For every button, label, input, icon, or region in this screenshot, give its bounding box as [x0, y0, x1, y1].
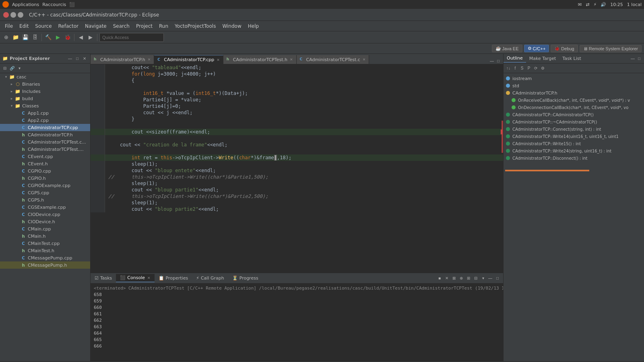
menu-file[interactable]: File [2, 22, 16, 30]
outline-sort[interactable]: ↑↓ [505, 65, 512, 72]
toolbar-new[interactable]: ⊕ [2, 33, 10, 42]
outline-fields[interactable]: f [512, 65, 518, 72]
tree-cmaintest-h[interactable]: ▸ h CMainTest.h [0, 247, 90, 254]
toolbar-save-all[interactable]: 🗄 [31, 33, 39, 42]
tree-build[interactable]: ▸ 📁 build [0, 95, 90, 102]
menu-search[interactable]: Search [110, 22, 133, 30]
maximize-panel[interactable]: □ [74, 56, 80, 62]
toolbar-run[interactable]: ▶ [54, 33, 62, 42]
outline-sync[interactable]: ⟳ [533, 65, 539, 72]
outline-static[interactable]: S [519, 65, 525, 72]
explorer-menu[interactable]: ▾ [16, 65, 23, 72]
outline-write15[interactable]: CAdministratorTCP::Write15() : int [504, 140, 644, 147]
tab-cadmin-cpp[interactable]: C CAdministratorTCP.cpp ✕ [154, 55, 223, 64]
toolbar-debug[interactable]: 🐞 [63, 33, 72, 42]
tab-close[interactable]: ✕ [290, 58, 293, 62]
tree-app2[interactable]: ▸ C App2.cpp [0, 117, 90, 124]
minimize-button[interactable] [10, 12, 16, 18]
tab-close[interactable]: ✕ [363, 58, 366, 62]
tree-app1[interactable]: ▸ C App1.cpp [0, 109, 90, 117]
tree-cadmin-cpp[interactable]: ▸ C CAdministratorTCP.cpp [0, 124, 90, 131]
tree-cevent-cpp[interactable]: ▸ C CEvent.cpp [0, 153, 90, 160]
tree-binaries[interactable]: ▸ ⬡ Binaries [0, 80, 90, 88]
toolbar-build[interactable]: 🔨 [44, 33, 53, 42]
close-button[interactable] [3, 12, 9, 18]
tab-console[interactable]: ⬛ Console ✕ [116, 274, 154, 282]
outline-iostream[interactable]: iostream [504, 75, 644, 82]
toolbar-save[interactable]: 💾 [21, 33, 30, 42]
code-editor[interactable]: cout<< "tableau4"<<endl; for(long j=3000… [91, 64, 503, 273]
outline-onreceive[interactable]: OnReceiveCallBack(char*, int, CEvent*, v… [504, 97, 644, 104]
tab-progress[interactable]: ⏳ Progress [228, 274, 262, 282]
outline-std[interactable]: std [504, 82, 644, 89]
perspective-remote[interactable]: 🖥 Remote System Explorer [580, 45, 642, 52]
tab-properties[interactable]: 📋 Properties [155, 274, 192, 282]
link-editor[interactable]: 🔗 [9, 65, 15, 72]
tab-cadmintest-h[interactable]: h CAdministratorTCPTest.h ✕ [223, 55, 297, 64]
outline-settings[interactable]: ⚙ [539, 65, 546, 72]
toolbar-open[interactable]: 📁 [11, 33, 20, 42]
menu-help[interactable]: Help [245, 22, 262, 30]
applications-menu[interactable]: Applications [12, 2, 39, 7]
outline-constructor[interactable]: CAdministratorTCP::CAdministratorTCP() [504, 111, 644, 118]
tree-cmsgpump-h[interactable]: ▸ h CMessagePump.h [0, 261, 90, 269]
outline-write24[interactable]: CAdministratorTCP::Write24(string, uint1… [504, 147, 644, 154]
minimize-console[interactable]: — [487, 275, 493, 282]
quick-access-input[interactable] [99, 33, 164, 42]
outline-destructor[interactable]: CAdministratorTCP::~CAdministratorTCP() [504, 118, 644, 125]
outline-connect[interactable]: CAdministratorTCP::Connect(string, int) … [504, 125, 644, 133]
outline-nonpublic[interactable]: P [526, 65, 532, 72]
tree-ciodev-h[interactable]: ▸ h CIODevice.h [0, 218, 90, 225]
tab-outline[interactable]: Outline [504, 54, 526, 63]
toolbar-back[interactable]: ◀ [76, 33, 85, 42]
toolbar-forward[interactable]: ▶ [86, 33, 95, 42]
terminate[interactable]: ⊠ [451, 275, 457, 282]
console-view[interactable]: ⊞ [465, 275, 472, 282]
maximize-editor[interactable]: □ [495, 58, 502, 64]
tree-cevent-h[interactable]: ▸ h CEvent.h [0, 160, 90, 167]
outline-cadmin-h[interactable]: CAdministratorTCP.h [504, 89, 644, 97]
tab-cadmin-h[interactable]: h CAdministratorTCP.h ✕ [91, 55, 154, 64]
outline-ondeconn[interactable]: OnDeconnectionCallBack(char*, int, CEven… [504, 104, 644, 111]
menu-refactor[interactable]: Refactor [55, 22, 82, 30]
perspective-cpp[interactable]: ⚙ C/C++ [524, 45, 549, 52]
outline-write14[interactable]: CAdministratorTCP::Write14(uint16_t, uin… [504, 133, 644, 140]
minimize-editor[interactable]: — [489, 58, 495, 64]
tab-tasks[interactable]: ☑ Tasks [91, 274, 116, 282]
tree-includes[interactable]: ▸ 📁 Includes [0, 88, 90, 95]
perspective-debug[interactable]: 🐞 Debug [551, 45, 578, 52]
tree-cgpioex-cpp[interactable]: ▸ C CGPIOExample.cpp [0, 182, 90, 189]
terminal-icon[interactable]: ⬛ [69, 2, 75, 7]
stop-console[interactable]: ■ [436, 275, 443, 282]
tree-cmain-h[interactable]: ▸ h CMain.h [0, 232, 90, 240]
menu-source[interactable]: Source [32, 22, 55, 30]
maximize-console[interactable]: □ [494, 275, 501, 282]
tab-close[interactable]: ✕ [148, 58, 151, 62]
console-grid[interactable]: ⊟ [473, 275, 479, 282]
console-menu[interactable]: ▾ [480, 275, 486, 282]
tree-ciodev-cpp[interactable]: ▸ C CIODevice.cpp [0, 211, 90, 218]
clear-console[interactable]: ✕ [444, 275, 450, 282]
tree-cgps-h[interactable]: ▸ h CGPS.h [0, 196, 90, 204]
tree-cadmin-h[interactable]: ▸ h CAdministratorTCP.h [0, 131, 90, 138]
tree-cgps-cpp[interactable]: ▸ C CGPS.cpp [0, 189, 90, 196]
perspective-java-ee[interactable]: ☕ Java EE [492, 45, 522, 52]
tree-cmaintest-cpp[interactable]: ▸ C CMainTest.cpp [0, 240, 90, 247]
outline-disconnect[interactable]: CAdministratorTCP::Disconnect() : int [504, 154, 644, 162]
menu-window[interactable]: Window [219, 22, 244, 30]
tree-cgsex-cpp[interactable]: ▸ C CGSExample.cpp [0, 204, 90, 211]
tree-root-casc[interactable]: ▾ 📁 casc [0, 73, 90, 80]
tab-cadmintest-c[interactable]: C CAdministratorTCPTest.c ✕ [297, 55, 369, 64]
menu-navigate[interactable]: Navigate [82, 22, 110, 30]
tab-callgraph[interactable]: ⚡ Call Graph [192, 274, 228, 282]
tree-cgpio-h[interactable]: ▸ h CGPIO.h [0, 175, 90, 182]
tree-classes[interactable]: ▾ 📁 Classes [0, 102, 90, 109]
tab-close[interactable]: ✕ [217, 58, 220, 62]
minimize-outline[interactable]: — [630, 56, 636, 62]
menu-project[interactable]: Project [133, 22, 156, 30]
maximize-outline[interactable]: □ [636, 56, 642, 62]
collapse-all[interactable]: ⊟ [2, 65, 8, 72]
raccourcis-menu[interactable]: Raccourcis [42, 2, 66, 7]
tree-cmain-cpp[interactable]: ▸ C CMain.cpp [0, 225, 90, 232]
tab-task-list[interactable]: Task List [559, 55, 584, 62]
